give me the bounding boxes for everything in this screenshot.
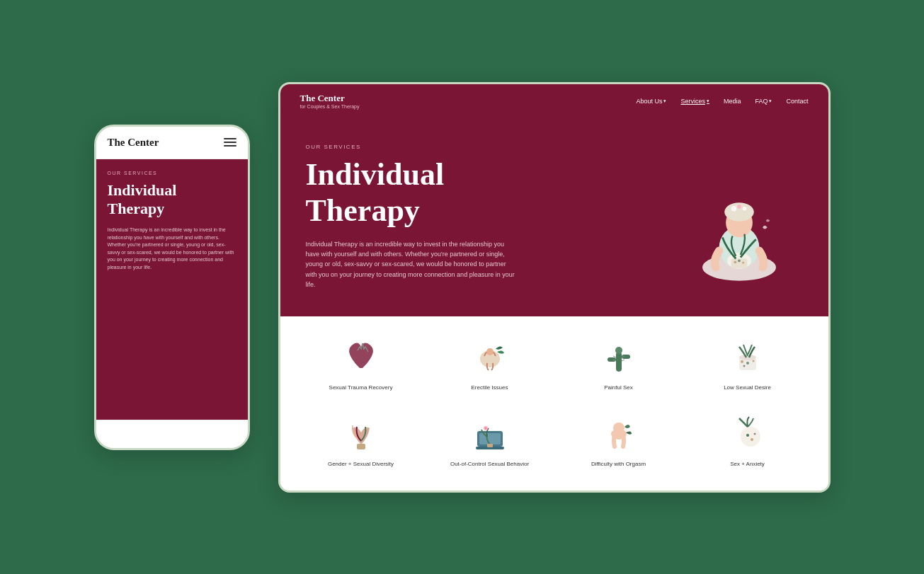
svg-point-27	[743, 365, 745, 367]
svg-point-34	[484, 427, 486, 429]
nav-link-faq[interactable]: FAQ ▾	[755, 98, 772, 105]
service-icon-diversity	[340, 413, 382, 455]
service-icon-trauma	[340, 336, 382, 379]
svg-point-5	[737, 205, 741, 209]
phone-heading: Individual Therapy	[108, 181, 236, 219]
svg-point-24	[741, 360, 743, 363]
svg-point-39	[753, 432, 755, 435]
phone-mockup: The Center OUR SERVICES Individual Thera…	[94, 125, 250, 450]
phone-logo: The Center	[108, 137, 159, 149]
svg-line-18	[613, 356, 616, 357]
nav-link-about[interactable]: About Us ▾	[636, 98, 666, 105]
phone-body-text: Individual Therapy is an incredible way …	[108, 226, 236, 271]
service-item-trauma[interactable]: Sexual Trauma Recovery	[300, 331, 422, 400]
tablet-hero: OUR SERVICES Individual Therapy Individu…	[280, 118, 828, 316]
service-label-erectile: Erectile Issues	[471, 384, 508, 391]
svg-point-17	[615, 347, 622, 354]
hero-section-label: OUR SERVICES	[306, 144, 532, 150]
nav-link-media[interactable]: Media	[724, 98, 741, 105]
nav-link-services[interactable]: Services ▾	[680, 98, 709, 105]
phone-content: OUR SERVICES Individual Therapy Individu…	[96, 159, 248, 420]
svg-point-26	[752, 360, 754, 362]
hero-illustration	[675, 139, 803, 295]
hamburger-line-1	[224, 138, 236, 139]
chevron-down-icon: ▾	[769, 98, 772, 104]
nav-link-contact[interactable]: Contact	[786, 98, 808, 105]
tablet-nav-logo: The Center for Couples & Sex Therapy	[300, 93, 360, 109]
phone-header: The Center	[96, 127, 248, 159]
service-label-trauma: Sexual Trauma Recovery	[329, 384, 393, 391]
tablet-services-grid: Sexual Trauma Recovery Ere	[280, 316, 828, 490]
svg-point-37	[746, 434, 749, 437]
hero-heading: Individual Therapy	[306, 157, 532, 229]
service-item-anxiety[interactable]: Sex + Anxiety	[687, 407, 809, 476]
phone-bottom	[96, 420, 248, 448]
svg-point-38	[751, 438, 753, 441]
hamburger-menu-icon[interactable]	[224, 138, 236, 147]
service-label-anxiety: Sex + Anxiety	[730, 461, 765, 468]
service-label-outofcontrol: Out-of-Control Sexual Behavior	[450, 461, 529, 468]
service-item-diversity[interactable]: Gender + Sexual Diversity	[300, 407, 422, 476]
phone-section-label: OUR SERVICES	[108, 171, 236, 176]
svg-point-6	[742, 206, 746, 210]
svg-point-11	[742, 261, 744, 263]
svg-point-10	[738, 259, 741, 262]
tablet-mockup: The Center for Couples & Sex Therapy Abo…	[278, 82, 831, 493]
service-label-painful: Painful Sex	[604, 384, 632, 391]
scene: The Center OUR SERVICES Individual Thera…	[0, 0, 924, 574]
service-item-outofcontrol[interactable]: Out-of-Control Sexual Behavior	[429, 407, 551, 476]
svg-rect-32	[487, 444, 493, 447]
service-item-erectile[interactable]: Erectile Issues	[429, 331, 551, 400]
svg-point-25	[746, 362, 749, 365]
service-label-orgasm: Difficulty with Orgasm	[591, 461, 646, 468]
service-label-diversity: Gender + Sexual Diversity	[328, 461, 394, 468]
hamburger-line-2	[224, 142, 236, 143]
svg-line-21	[622, 360, 624, 361]
tablet-logo-sub: for Couples & Sex Therapy	[300, 104, 360, 109]
tablet-nav: The Center for Couples & Sex Therapy Abo…	[280, 84, 828, 118]
tablet-hero-text: OUR SERVICES Individual Therapy Individu…	[306, 144, 532, 289]
hamburger-line-3	[224, 145, 236, 147]
svg-rect-30	[479, 433, 501, 444]
tablet-nav-links: About Us ▾ Services ▾ Media FAQ ▾ Contac…	[636, 98, 808, 105]
service-icon-anxiety	[726, 413, 769, 455]
service-icon-orgasm	[598, 413, 640, 455]
service-icon-outofcontrol	[469, 413, 511, 455]
svg-point-9	[734, 260, 736, 263]
svg-rect-15	[608, 357, 616, 362]
svg-point-4	[731, 205, 736, 211]
svg-point-36	[741, 427, 760, 447]
svg-rect-14	[616, 352, 622, 372]
chevron-down-icon: ▾	[663, 98, 666, 104]
service-icon-painful	[598, 336, 640, 379]
svg-point-13	[486, 348, 494, 355]
service-label-desire: Low Sexual Desire	[724, 384, 771, 391]
svg-rect-28	[357, 444, 365, 449]
chevron-down-icon: ▾	[707, 98, 709, 104]
service-icon-desire	[726, 336, 769, 379]
hero-body-text: Individual Therapy is an incredible way …	[306, 239, 518, 290]
service-item-orgasm[interactable]: Difficulty with Orgasm	[558, 407, 680, 476]
service-item-painful[interactable]: Painful Sex	[558, 331, 680, 400]
service-item-desire[interactable]: Low Sexual Desire	[687, 331, 809, 400]
tablet-logo-main: The Center	[300, 93, 360, 104]
service-icon-erectile	[469, 336, 511, 379]
